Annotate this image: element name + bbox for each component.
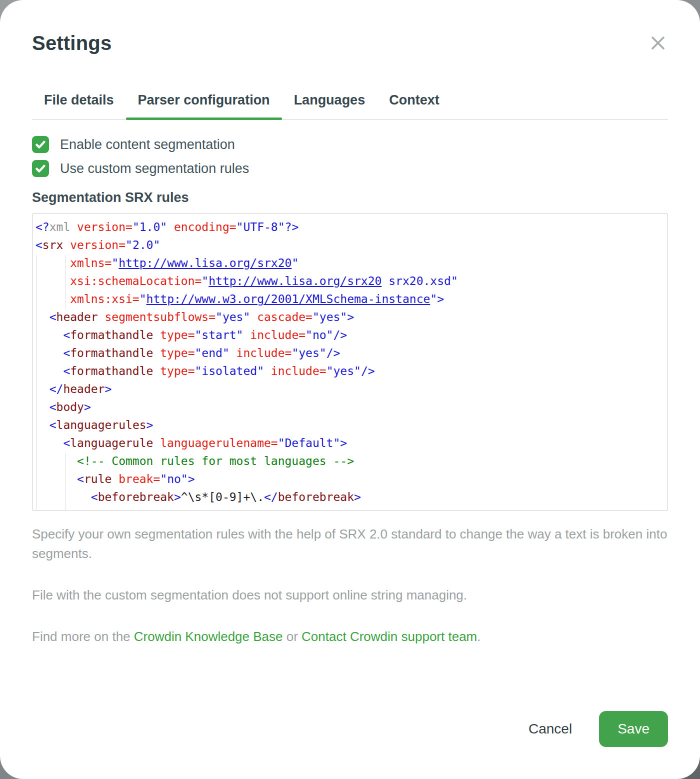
dialog-footer: Cancel Save: [528, 711, 668, 747]
checkbox-checked-icon[interactable]: [32, 160, 49, 177]
checkbox-label: Use custom segmentation rules: [60, 161, 249, 176]
indent-guide: [36, 255, 37, 510]
checkbox-row[interactable]: Use custom segmentation rules: [32, 160, 668, 177]
tab-bar: File detailsParser configurationLanguage…: [32, 84, 668, 120]
tab-parser-configuration[interactable]: Parser configuration: [126, 84, 282, 119]
tab-context[interactable]: Context: [377, 84, 452, 119]
help-text: File with the custom segmentation does n…: [32, 586, 668, 605]
find-more-prefix: Find more on the: [32, 629, 134, 644]
indent-guide: [66, 255, 66, 309]
code-editor-content: <?xml version="1.0" encoding="UTF-8"?><s…: [36, 218, 662, 510]
knowledge-base-link[interactable]: Crowdin Knowledge Base: [134, 629, 283, 644]
code-line: xsi:schemaLocation="http://www.lisa.org/…: [36, 272, 662, 290]
dialog-backdrop: Settings File detailsParser configuratio…: [0, 0, 700, 779]
code-line: xmlns="http://www.lisa.org/srx20": [36, 254, 662, 272]
help-text: Specify your own segmentation rules with…: [32, 524, 668, 564]
close-icon: [650, 34, 666, 52]
code-label: Segmentation SRX rules: [32, 190, 668, 206]
code-line: <formathandle type="start" include="no"/…: [36, 326, 662, 344]
code-line: <!-- Common rules for most languages -->: [36, 452, 662, 470]
settings-dialog: Settings File detailsParser configuratio…: [0, 0, 700, 779]
help-paragraphs: Specify your own segmentation rules with…: [32, 524, 668, 605]
checkbox-group: Enable content segmentationUse custom se…: [32, 136, 668, 177]
code-line: <body>: [36, 398, 662, 416]
save-button[interactable]: Save: [599, 711, 668, 747]
checkbox-row[interactable]: Enable content segmentation: [32, 136, 668, 153]
contact-support-link[interactable]: Contact Crowdin support team: [302, 629, 477, 644]
dialog-header: Settings: [32, 32, 668, 54]
code-line: <header segmentsubflows="yes" cascade="y…: [36, 308, 662, 326]
code-line: <languagerule languagerulename="Default"…: [36, 434, 662, 452]
code-line: <rule break="no">: [36, 470, 662, 488]
code-line: <formathandle type="isolated" include="y…: [36, 362, 662, 380]
tab-languages[interactable]: Languages: [282, 84, 378, 119]
tab-file-details[interactable]: File details: [32, 84, 126, 119]
code-line: <beforebreak>^\s*[0-9]+\.</beforebreak>: [36, 488, 662, 506]
code-line: <formathandle type="end" include="yes"/>: [36, 344, 662, 362]
checkbox-label: Enable content segmentation: [60, 137, 235, 152]
code-line: <srx version="2.0": [36, 236, 662, 254]
find-more-middle: or: [283, 629, 302, 644]
code-line: <?xml version="1.0" encoding="UTF-8"?>: [36, 218, 662, 236]
close-button[interactable]: [648, 33, 668, 53]
srx-rules-editor[interactable]: <?xml version="1.0" encoding="UTF-8"?><s…: [32, 214, 668, 510]
code-line: <afterbreak>\s</afterbreak>: [36, 506, 662, 510]
code-line: <languagerules>: [36, 416, 662, 434]
checkbox-checked-icon[interactable]: [32, 136, 49, 153]
help-section: Specify your own segmentation rules with…: [32, 524, 668, 646]
code-line: </header>: [36, 380, 662, 398]
find-more-line: Find more on the Crowdin Knowledge Base …: [32, 627, 668, 646]
code-line: xmlns:xsi="http://www.w3.org/2001/XMLSch…: [36, 290, 662, 308]
cancel-button[interactable]: Cancel: [528, 721, 572, 737]
find-more-suffix: .: [477, 629, 480, 644]
dialog-title: Settings: [32, 32, 112, 54]
indent-guide: [66, 453, 66, 510]
